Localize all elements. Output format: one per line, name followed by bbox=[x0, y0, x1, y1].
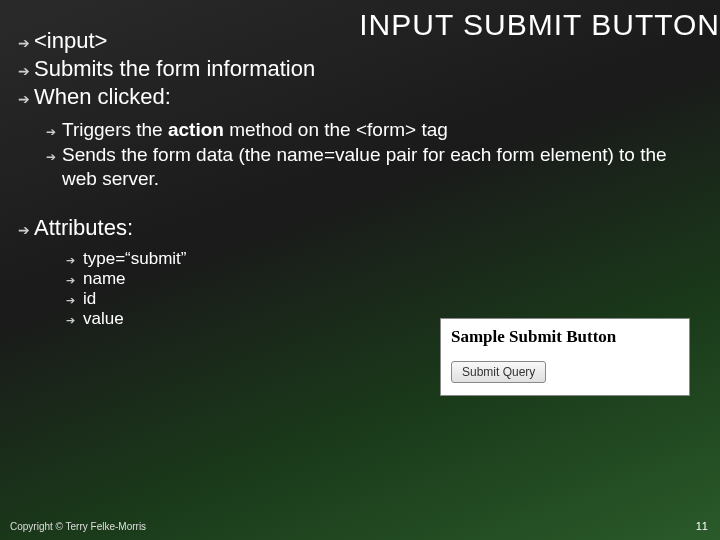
attr-type: ➔ type=“submit” bbox=[66, 249, 702, 269]
attr-id: ➔ id bbox=[66, 289, 702, 309]
slide-content: ➔ <input> ➔ Submits the form information… bbox=[0, 0, 720, 329]
sample-preview: Sample Submit Button Submit Query bbox=[440, 318, 690, 396]
arrow-icon: ➔ bbox=[66, 254, 75, 267]
bullet-text: <input> bbox=[34, 28, 107, 54]
arrow-icon: ➔ bbox=[66, 274, 75, 287]
arrow-icon: ➔ bbox=[18, 35, 30, 51]
text-post: method on the <form> tag bbox=[224, 119, 448, 140]
arrow-icon: ➔ bbox=[46, 125, 56, 139]
bullet-submits: ➔ Submits the form information bbox=[18, 56, 702, 82]
arrow-icon: ➔ bbox=[66, 314, 75, 327]
bullet-text: Triggers the action method on the <form>… bbox=[62, 118, 448, 142]
arrow-icon: ➔ bbox=[46, 150, 56, 164]
bullet-text: type=“submit” bbox=[83, 249, 186, 269]
sample-heading: Sample Submit Button bbox=[451, 327, 679, 347]
bullet-text: When clicked: bbox=[34, 84, 171, 110]
text-bold: action bbox=[168, 119, 224, 140]
attr-name: ➔ name bbox=[66, 269, 702, 289]
arrow-icon: ➔ bbox=[66, 294, 75, 307]
sub-bullet-sends: ➔ Sends the form data (the name=value pa… bbox=[46, 143, 702, 191]
bullet-text: Submits the form information bbox=[34, 56, 315, 82]
arrow-icon: ➔ bbox=[18, 63, 30, 79]
copyright: Copyright © Terry Felke-Morris bbox=[10, 521, 146, 532]
bullet-text: value bbox=[83, 309, 124, 329]
slide-title: INPUT SUBMIT BUTTON bbox=[359, 8, 720, 42]
arrow-icon: ➔ bbox=[18, 91, 30, 107]
sub-bullet-triggers: ➔ Triggers the action method on the <for… bbox=[46, 118, 702, 142]
page-number: 11 bbox=[696, 520, 708, 532]
text-pre: Triggers the bbox=[62, 119, 168, 140]
bullet-text: Attributes: bbox=[34, 215, 133, 241]
bullet-text: name bbox=[83, 269, 126, 289]
bullet-text: Sends the form data (the name=value pair… bbox=[62, 143, 702, 191]
bullet-when-clicked: ➔ When clicked: bbox=[18, 84, 702, 110]
bullet-text: id bbox=[83, 289, 96, 309]
submit-button[interactable]: Submit Query bbox=[451, 361, 546, 383]
bullet-attributes: ➔ Attributes: bbox=[18, 215, 702, 241]
arrow-icon: ➔ bbox=[18, 222, 30, 238]
